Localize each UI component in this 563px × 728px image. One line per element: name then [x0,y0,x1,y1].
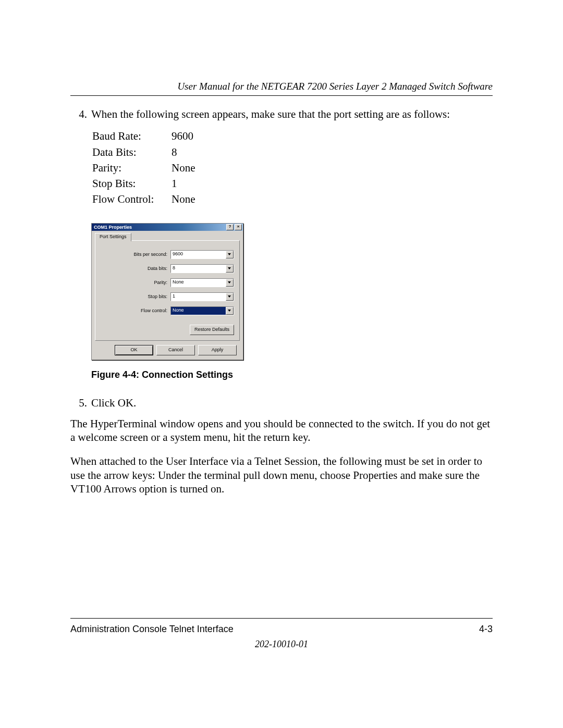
close-button[interactable]: × [235,224,242,230]
footer-page-number: 4-3 [479,624,493,635]
chevron-down-icon[interactable] [226,307,234,315]
step-4-text: When the following screen appears, make … [91,107,493,121]
field-stop-bits: Stop bits: 1 [101,292,234,301]
chevron-down-icon[interactable] [226,265,234,273]
chevron-down-icon[interactable] [226,293,234,301]
combo-value: None [171,279,226,287]
paragraph-hyperterminal: The HyperTerminal window opens and you s… [70,417,493,445]
step-4: 4. When the following screen appears, ma… [70,107,493,121]
setting-value: 9600 [172,129,213,144]
help-button[interactable]: ? [226,224,234,230]
setting-row: Parity: None [92,161,213,176]
setting-row: Stop Bits: 1 [92,177,213,191]
combo-value: 9600 [171,251,226,258]
parity-combo[interactable]: None [170,278,234,287]
setting-label: Data Bits: [92,145,170,160]
restore-defaults-button[interactable]: Restore Defaults [190,325,234,335]
footer-section-name: Administration Console Telnet Interface [70,624,234,635]
setting-label: Parity: [92,161,170,176]
step-4-number: 4. [70,107,91,121]
data-bits-combo[interactable]: 8 [170,264,234,273]
chevron-down-icon[interactable] [226,251,234,258]
page-footer: Administration Console Telnet Interface … [70,618,493,650]
field-label: Stop bits: [120,294,170,299]
tabstrip: Port Settings [95,233,240,241]
port-settings-panel: Bits per second: 9600 Data bits: 8 [95,240,240,341]
setting-label: Baud Rate: [92,129,170,144]
field-label: Bits per second: [120,252,170,257]
field-parity: Parity: None [101,278,234,287]
figure-caption: Figure 4-4: Connection Settings [91,369,493,380]
tab-port-settings[interactable]: Port Settings [95,233,131,241]
combo-value: 1 [171,293,226,301]
cancel-button[interactable]: Cancel [156,345,195,355]
paragraph-telnet: When attached to the User Interface via … [70,454,493,496]
apply-button[interactable]: Apply [198,345,237,355]
combo-value: 8 [171,265,226,273]
page: User Manual for the NETGEAR 7200 Series … [0,0,563,728]
step-5-text: Click OK. [91,396,493,410]
ok-button[interactable]: OK [115,345,153,355]
setting-label: Stop Bits: [92,177,170,191]
dialog-titlebar[interactable]: COM1 Properties ? × [92,224,243,231]
field-label: Parity: [120,280,170,285]
setting-value: None [172,192,213,207]
field-flow-control: Flow control: None [101,306,234,315]
stop-bits-combo[interactable]: 1 [170,292,234,301]
com1-properties-dialog: COM1 Properties ? × Port Settings Bits p… [91,223,243,360]
setting-label: Flow Control: [92,192,170,207]
bits-per-second-combo[interactable]: 9600 [170,250,234,259]
setting-value: 8 [172,145,213,160]
step-5: 5. Click OK. [70,396,493,410]
port-settings-table: Baud Rate: 9600 Data Bits: 8 Parity: Non… [91,128,214,208]
dialog-body: Port Settings Bits per second: 9600 Data… [92,231,243,360]
header-rule [70,95,493,96]
setting-row: Baud Rate: 9600 [92,129,213,144]
field-data-bits: Data bits: 8 [101,264,234,273]
figure-4-4: COM1 Properties ? × Port Settings Bits p… [91,223,493,360]
step-5-number: 5. [70,396,91,410]
setting-row: Flow Control: None [92,192,213,207]
setting-row: Data Bits: 8 [92,145,213,160]
manual-title: User Manual for the NETGEAR 7200 Series … [70,81,493,92]
setting-value: 1 [172,177,213,191]
field-bits-per-second: Bits per second: 9600 [101,250,234,259]
flow-control-combo[interactable]: None [170,306,234,315]
field-label: Data bits: [120,266,170,271]
dialog-button-row: OK Cancel Apply [95,341,240,355]
footer-rule [70,618,493,619]
combo-value: None [171,307,226,315]
footer-document-number: 202-10010-01 [70,639,493,650]
setting-value: None [172,161,213,176]
dialog-title: COM1 Properties [94,225,132,230]
field-label: Flow control: [120,308,170,313]
chevron-down-icon[interactable] [226,279,234,287]
